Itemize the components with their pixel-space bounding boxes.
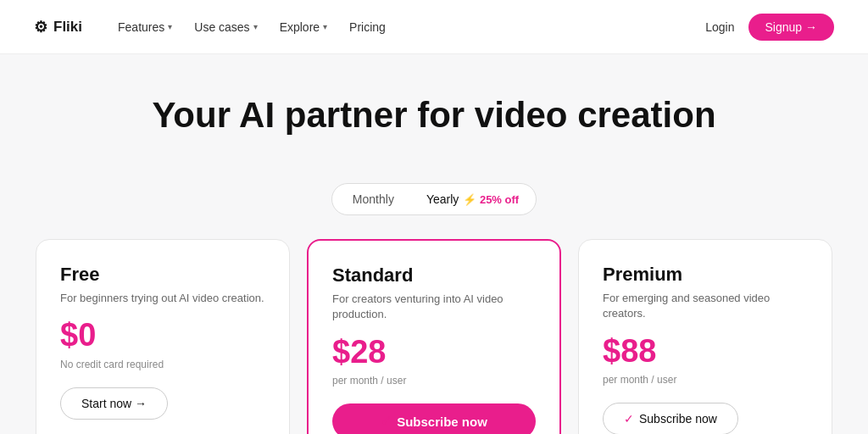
plan-description: For emerging and seasoned video creators… <box>603 291 808 321</box>
toggle-pill: Monthly Yearly ⚡ 25% off <box>331 183 537 215</box>
subscribe-now-button-premium[interactable]: ✓ Subscribe now <box>603 403 738 434</box>
login-button[interactable]: Login <box>705 20 734 34</box>
chevron-down-icon: ▾ <box>323 22 327 31</box>
discount-badge: ⚡ 25% off <box>463 193 519 206</box>
pricing-card-standard: Standard For creators venturing into AI … <box>307 239 561 434</box>
chevron-down-icon: ▾ <box>253 22 258 31</box>
plan-price: $0 <box>60 318 265 353</box>
plan-name: Free <box>60 264 265 286</box>
pricing-cards: Free For beginners trying out AI video c… <box>0 239 868 434</box>
pricing-card-free: Free For beginners trying out AI video c… <box>36 239 290 434</box>
pricing-card-premium: Premium For emerging and seasoned video … <box>578 239 832 434</box>
hero-section: Your AI partner for video creation <box>0 54 868 163</box>
plan-description: For beginners trying out AI video creati… <box>60 291 265 306</box>
plan-price: $88 <box>603 334 808 370</box>
plan-price-sub: per month / user <box>332 375 536 387</box>
chevron-down-icon: ▾ <box>168 22 172 31</box>
toggle-yearly[interactable]: Yearly ⚡ 25% off <box>413 187 532 211</box>
logo-text: Fliki <box>53 19 82 36</box>
subscribe-now-button-standard[interactable]: ✓ Subscribe now <box>332 403 536 434</box>
plan-price-sub: per month / user <box>603 374 808 386</box>
navbar: ⚙ Fliki Features ▾ Use cases ▾ Explore ▾… <box>0 0 868 54</box>
plan-name: Premium <box>603 264 808 286</box>
nav-right: Login Signup → <box>705 14 834 41</box>
plan-description: For creators venturing into AI video pro… <box>332 292 536 322</box>
signup-button[interactable]: Signup → <box>748 14 834 41</box>
nav-use-cases[interactable]: Use cases ▾ <box>186 15 265 39</box>
nav-links: Features ▾ Use cases ▾ Explore ▾ Pricing <box>109 15 705 39</box>
start-now-button[interactable]: Start now → <box>60 387 168 420</box>
logo[interactable]: ⚙ Fliki <box>34 18 82 36</box>
nav-pricing[interactable]: Pricing <box>341 15 394 39</box>
plan-price-sub: No credit card required <box>60 359 265 370</box>
nav-explore[interactable]: Explore ▾ <box>271 15 336 39</box>
nav-features[interactable]: Features ▾ <box>109 15 181 39</box>
plan-price: $28 <box>332 335 536 370</box>
plan-name: Standard <box>332 264 536 287</box>
gear-icon: ⚙ <box>34 18 47 36</box>
billing-toggle: Monthly Yearly ⚡ 25% off <box>0 183 868 215</box>
hero-title: Your AI partner for video creation <box>17 95 851 136</box>
toggle-monthly[interactable]: Monthly <box>336 187 411 211</box>
